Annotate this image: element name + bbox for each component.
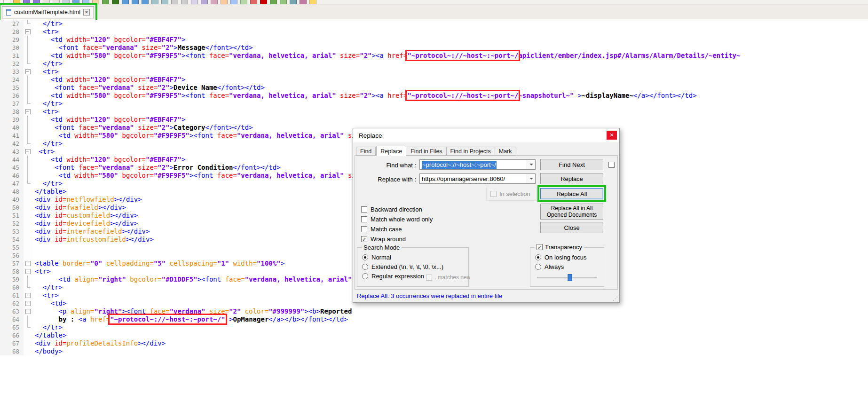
- document-map-icon[interactable]: [230, 0, 237, 4]
- radio-extended-n-r-t-0-x[interactable]: Extended (\n, \r, \t, \0, \x...): [362, 262, 443, 271]
- replace-with-combobox[interactable]: https://opmanagerserver:8060/: [419, 173, 536, 184]
- radio-normal[interactable]: Normal: [362, 252, 443, 262]
- code-token: "#EBF4F7": [146, 156, 181, 163]
- fold-marker[interactable]: [24, 260, 33, 268]
- file-monitoring-icon[interactable]: [309, 0, 316, 4]
- code-line[interactable]: 27 </tr>: [0, 20, 868, 28]
- sync-vertical-icon[interactable]: [171, 0, 178, 4]
- code-token: width=: [63, 156, 90, 163]
- save-macro-icon[interactable]: [280, 0, 287, 4]
- code-line[interactable]: 65 </tr>: [0, 323, 868, 331]
- code-token: face=: [74, 164, 98, 171]
- find-what-combobox[interactable]: ~protocol~://~host~:~port~/: [419, 159, 536, 170]
- sync-horizontal-icon[interactable]: [181, 0, 188, 4]
- dialog-tab-replace[interactable]: Replace: [376, 146, 406, 156]
- radio-on-losing-focus[interactable]: On losing focus: [535, 252, 587, 262]
- save-icon[interactable]: [23, 0, 30, 4]
- code-line[interactable]: 28 <tr>: [0, 28, 868, 36]
- line-number: 32: [0, 60, 24, 68]
- tab-close-icon[interactable]: ✕: [83, 9, 90, 16]
- replace-button[interactable]: Replace: [540, 173, 603, 184]
- save-all-icon[interactable]: [33, 0, 40, 4]
- run-macro-multiple-icon[interactable]: [290, 0, 297, 4]
- two-button-mode-checkbox[interactable]: [608, 162, 615, 168]
- new-file-icon[interactable]: [3, 0, 10, 4]
- code-line[interactable]: 37 </tr>: [0, 100, 868, 108]
- paste-icon[interactable]: [92, 0, 99, 4]
- macro-toggle-icon[interactable]: [300, 0, 307, 4]
- code-line[interactable]: 31 <td width="580" bgcolor="#F9F9F5"><fo…: [0, 52, 868, 60]
- copy-icon[interactable]: [82, 0, 89, 4]
- indent-guide-icon[interactable]: [211, 0, 218, 4]
- code-line[interactable]: 64 by : <a href="~protocol~://~host~:~po…: [0, 315, 868, 323]
- fold-marker[interactable]: [24, 148, 33, 156]
- fold-marker[interactable]: [24, 307, 33, 315]
- zoom-out-icon[interactable]: [161, 0, 168, 4]
- find-next-button[interactable]: Find Next: [540, 159, 603, 170]
- fold-marker[interactable]: [24, 268, 33, 275]
- show-all-characters-icon[interactable]: [201, 0, 208, 4]
- replace-all-open-docs-button[interactable]: Replace All in All Opened Documents: [540, 204, 603, 220]
- dialog-close-button[interactable]: ✕: [607, 131, 617, 140]
- resize-grip-icon[interactable]: ⋰: [613, 296, 618, 302]
- find-in-files-icon[interactable]: [142, 0, 149, 4]
- code-line[interactable]: 32 </tr>: [0, 60, 868, 68]
- replace-icon[interactable]: [132, 0, 139, 4]
- play-macro-icon[interactable]: [270, 0, 277, 4]
- code-line[interactable]: 39 <td width="120" bgcolor="#EBF4F7">: [0, 116, 868, 124]
- dialog-tab-mark[interactable]: Mark: [495, 147, 516, 156]
- transparency-checkbox[interactable]: ✓: [537, 244, 543, 250]
- option-backward-direction[interactable]: Backward direction: [361, 205, 433, 214]
- code-line[interactable]: 68</body>: [0, 347, 868, 355]
- cut-icon[interactable]: [72, 0, 79, 4]
- close-button[interactable]: Close: [540, 222, 603, 233]
- find-icon[interactable]: [122, 0, 129, 4]
- word-wrap-icon[interactable]: [191, 0, 198, 4]
- option-match-whole-word-only[interactable]: Match whole word only: [361, 214, 433, 224]
- dialog-tab-find[interactable]: Find: [356, 147, 376, 156]
- dialog-tab-find-in-projects[interactable]: Find in Projects: [447, 147, 495, 156]
- transparency-slider[interactable]: [537, 277, 597, 278]
- option-match-case[interactable]: Match case: [361, 224, 433, 234]
- print-icon[interactable]: [63, 0, 70, 4]
- document-list-icon[interactable]: [240, 0, 247, 4]
- dialog-tab-find-in-files[interactable]: Find in Files: [407, 147, 446, 156]
- fold-marker[interactable]: [24, 291, 33, 299]
- code-line[interactable]: 34 <td width="120" bgcolor="#EBF4F7">: [0, 76, 868, 84]
- fold-marker[interactable]: [24, 299, 33, 307]
- function-list-icon[interactable]: [221, 0, 228, 4]
- dialog-titlebar[interactable]: Replace: [353, 128, 619, 142]
- code-line[interactable]: 63 <p align="right"><font face="verdana"…: [0, 307, 868, 315]
- dropdown-arrow-icon[interactable]: [527, 160, 535, 169]
- code-line[interactable]: 35 <font face="verdana" size="2">Device …: [0, 84, 868, 92]
- fold-marker[interactable]: [24, 68, 33, 76]
- code-line[interactable]: 33 <tr>: [0, 68, 868, 76]
- fold-marker[interactable]: [24, 28, 33, 36]
- close-doc-icon[interactable]: [43, 0, 50, 4]
- open-folder-icon[interactable]: [13, 0, 20, 4]
- code-token: size=: [205, 307, 229, 315]
- record-macro-icon[interactable]: [250, 0, 257, 4]
- code-line[interactable]: 29 <td width="120" bgcolor="#EBF4F7">: [0, 36, 868, 44]
- stop-macro-icon[interactable]: [260, 0, 267, 4]
- dropdown-arrow-icon[interactable]: [527, 174, 535, 183]
- fold-marker: [24, 124, 33, 132]
- line-number: 41: [0, 132, 24, 140]
- zoom-in-icon[interactable]: [151, 0, 158, 4]
- tab-custommailtemplate[interactable]: customMailTemplate.html ✕: [2, 6, 94, 18]
- replace-all-button[interactable]: Replace All: [540, 188, 603, 199]
- code-line[interactable]: 36 <td width="580" bgcolor="#F9F9F5"><fo…: [0, 92, 868, 100]
- code-line[interactable]: 38 <tr>: [0, 108, 868, 116]
- radio-always[interactable]: Always: [535, 262, 587, 271]
- fold-marker[interactable]: [24, 108, 33, 116]
- code-line[interactable]: 66</table>: [0, 331, 868, 339]
- code-line[interactable]: 30 <font face="verdana" size="2">Message…: [0, 44, 868, 52]
- fold-marker: [24, 100, 33, 108]
- slider-thumb[interactable]: [568, 274, 572, 281]
- option-wrap-around[interactable]: ✓Wrap around: [361, 234, 433, 244]
- transparency-toggle[interactable]: ✓ Transparency: [535, 244, 584, 251]
- redo-icon[interactable]: [112, 0, 119, 4]
- undo-icon[interactable]: [102, 0, 109, 4]
- code-line[interactable]: 67<div id=profileDetailsInfo></div>: [0, 339, 868, 347]
- close-all-icon[interactable]: [53, 0, 60, 4]
